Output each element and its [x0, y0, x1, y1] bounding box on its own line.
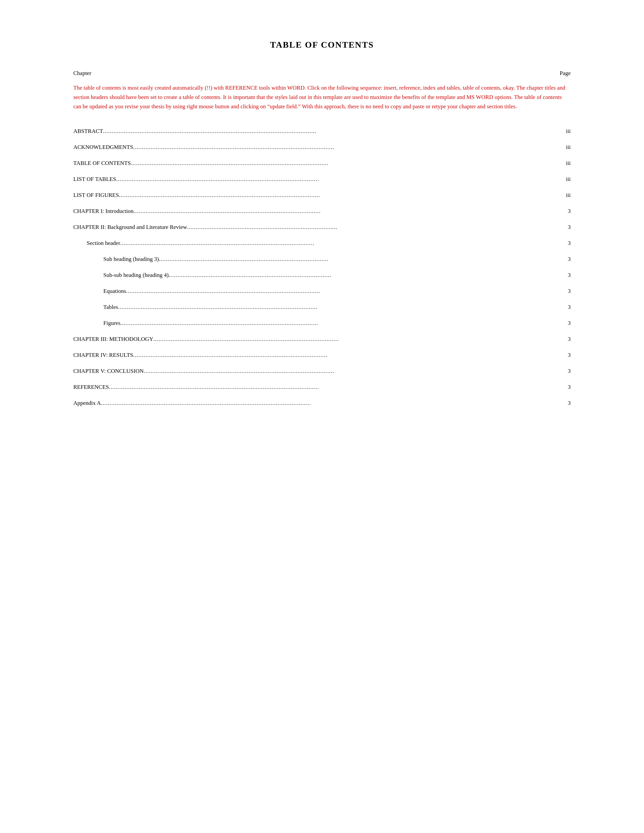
toc-dots: ........................................… [103, 128, 565, 135]
toc-entry-page: 3 [567, 272, 571, 278]
page-header-label: Page [560, 70, 571, 77]
toc-entry: LIST OF TABLES .........................… [73, 176, 571, 183]
toc-entry-page: iii [565, 192, 571, 199]
toc-dots: ........................................… [133, 352, 566, 359]
toc-entry-page: 3 [567, 208, 571, 215]
toc-dots: ........................................… [130, 160, 564, 167]
toc-entry: Tables .................................… [73, 304, 571, 310]
toc-dots: ........................................… [116, 176, 564, 183]
toc-entry: TABLE OF CONTENTS ......................… [73, 160, 571, 167]
toc-dots: ........................................… [118, 304, 566, 310]
toc-entry-label: LIST OF FIGURES [73, 192, 119, 199]
toc-header: Chapter Page [73, 70, 571, 77]
toc-entry-label: TABLE OF CONTENTS [73, 160, 130, 167]
toc-entry: CHAPTER II: Background and Literature Re… [73, 224, 571, 231]
toc-entry-label: REFERENCES [73, 384, 109, 391]
toc-dots: ........................................… [133, 208, 566, 215]
toc-dots: ........................................… [120, 240, 567, 246]
toc-dots: ........................................… [169, 272, 567, 278]
toc-dots: ........................................… [120, 320, 567, 326]
toc-entry: ACKNOWLEDGMENTS ........................… [73, 144, 571, 151]
toc-entry: REFERENCES .............................… [73, 384, 571, 391]
toc-dots: ........................................… [101, 400, 567, 407]
toc-entry-page: 3 [567, 336, 571, 343]
toc-entry-page: 3 [567, 304, 571, 310]
toc-entry-label: CHAPTER III: METHODOLOGY [73, 336, 153, 343]
toc-entry: Sub-sub heading (heading 4) ............… [73, 272, 571, 278]
toc-entry-page: 3 [567, 240, 571, 246]
toc-entry-label: Sub-sub heading (heading 4) [103, 272, 169, 278]
toc-entry: Appendix A .............................… [73, 400, 571, 407]
toc-entry-page: iii [565, 128, 571, 135]
toc-entry-page: 3 [567, 400, 571, 407]
toc-entry-label: CHAPTER I: Introduction [73, 208, 133, 215]
toc-entry-label: LIST OF TABLES [73, 176, 116, 183]
toc-entry-label: Sub heading (heading 3) [103, 256, 159, 262]
toc-entry: ABSTRACT ...............................… [73, 128, 571, 135]
toc-entry: Figures ................................… [73, 320, 571, 326]
toc-dots: ........................................… [126, 288, 567, 294]
toc-entry-label: Tables [103, 304, 118, 310]
toc-entry: LIST OF FIGURES ........................… [73, 192, 571, 199]
toc-dots: ........................................… [187, 224, 566, 231]
toc-entry-page: 3 [567, 256, 571, 262]
toc-entry: Section header .........................… [73, 240, 571, 246]
toc-dots: ........................................… [119, 192, 565, 199]
toc-entry-page: iii [565, 144, 571, 151]
toc-dots: ........................................… [144, 368, 567, 375]
page-title: TABLE OF CONTENTS [73, 40, 571, 50]
toc-entry-page: 3 [567, 288, 571, 294]
toc-entry-label: CHAPTER V: CONCLUSION [73, 368, 144, 375]
toc-entry: Sub heading (heading 3) ................… [73, 256, 571, 262]
chapter-header-label: Chapter [73, 70, 91, 77]
toc-entry: Equations ..............................… [73, 288, 571, 294]
toc-dots: ........................................… [109, 384, 567, 391]
toc-entry-page: iii [565, 160, 571, 167]
toc-entries: ABSTRACT ...............................… [73, 128, 571, 407]
toc-entry: CHAPTER V: CONCLUSION ..................… [73, 368, 571, 375]
toc-entry-label: Figures [103, 320, 120, 326]
toc-entry-page: iii [565, 176, 571, 183]
toc-entry: CHAPTER IV: RESULTS ....................… [73, 352, 571, 359]
toc-entry-label: ACKNOWLEDGMENTS [73, 144, 133, 151]
toc-entry-page: 3 [567, 368, 571, 375]
toc-entry-label: ABSTRACT [73, 128, 103, 135]
toc-dots: ........................................… [153, 336, 567, 343]
toc-entry-page: 3 [567, 384, 571, 391]
toc-entry-label: Section header [87, 240, 120, 246]
toc-dots: ........................................… [133, 144, 564, 151]
toc-entry-label: Equations [103, 288, 126, 294]
toc-entry-label: CHAPTER II: Background and Literature Re… [73, 224, 187, 231]
toc-entry: CHAPTER I: Introduction ................… [73, 208, 571, 215]
page: TABLE OF CONTENTS Chapter Page The table… [0, 0, 644, 833]
toc-entry-label: Appendix A [73, 400, 101, 407]
toc-entry-page: 3 [567, 352, 571, 359]
toc-entry-page: 3 [567, 320, 571, 326]
toc-entry-page: 3 [567, 224, 571, 231]
instruction-text: The table of contents is most easily cre… [73, 83, 571, 111]
toc-dots: ........................................… [159, 256, 567, 262]
toc-entry-label: CHAPTER IV: RESULTS [73, 352, 133, 359]
toc-entry: CHAPTER III: METHODOLOGY ...............… [73, 336, 571, 343]
